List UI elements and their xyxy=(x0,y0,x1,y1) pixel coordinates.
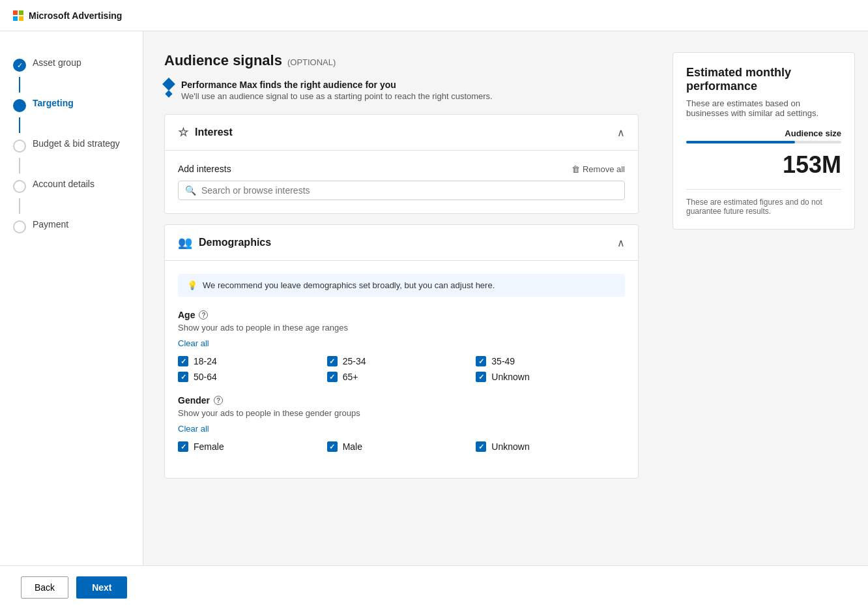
age-label-35-49: 35-49 xyxy=(491,356,515,366)
nav-circle-account xyxy=(13,180,26,193)
age-title: Age xyxy=(178,310,195,320)
sidebar-item-payment[interactable]: Payment xyxy=(0,214,143,239)
demographics-title: Demographics xyxy=(199,237,271,248)
gender-checkbox-male[interactable] xyxy=(327,441,338,452)
diamond-icon xyxy=(164,80,173,97)
sidebar-item-account[interactable]: Account details xyxy=(0,173,143,198)
age-checkbox-50-64[interactable] xyxy=(178,372,188,382)
age-checkbox-35-49[interactable] xyxy=(476,356,486,366)
gender-option-unknown[interactable]: Unknown xyxy=(476,441,625,452)
interest-search-box[interactable]: 🔍 xyxy=(178,181,625,200)
main-content: Audience signals (OPTIONAL) Performance … xyxy=(143,31,659,565)
age-option-35-49[interactable]: 35-49 xyxy=(476,356,625,366)
age-title-row: Age ? xyxy=(178,310,625,320)
interest-card-header: ☆ Interest ∧ xyxy=(165,115,638,151)
gender-clear-all[interactable]: Clear all xyxy=(178,424,209,434)
demo-info-text: We recommend you leave demographics set … xyxy=(203,280,495,290)
page-title: Audience signals xyxy=(164,52,282,69)
estimated-title: Estimated monthly performance xyxy=(686,66,841,93)
age-checkbox-18-24[interactable] xyxy=(178,356,188,366)
demographics-card: 👥 Demographics ∧ 💡 We recommend you leav… xyxy=(164,224,639,479)
interest-collapse-button[interactable]: ∧ xyxy=(617,126,625,139)
sidebar-label-asset-group: Asset group xyxy=(33,57,81,68)
add-interests-label: Add interests xyxy=(178,164,231,174)
age-clear-all[interactable]: Clear all xyxy=(178,338,209,348)
gender-info-icon[interactable]: ? xyxy=(214,396,223,405)
interest-title-row: ☆ Interest xyxy=(178,125,233,140)
page-subtitle: (OPTIONAL) xyxy=(287,57,336,67)
gender-option-male[interactable]: Male xyxy=(327,441,476,452)
search-icon: 🔍 xyxy=(185,185,196,196)
age-checkbox-unknown[interactable] xyxy=(476,372,486,382)
nav-connector-2 xyxy=(19,117,20,133)
gender-label-male: Male xyxy=(343,441,362,452)
audience-progress-fill xyxy=(686,141,795,143)
age-label-25-34: 25-34 xyxy=(343,356,366,366)
interest-label-row: Add interests 🗑 Remove all xyxy=(178,164,625,174)
estimated-note: These are estimated figures and do not g… xyxy=(686,189,841,216)
gender-checkbox-unknown[interactable] xyxy=(476,441,486,452)
sidebar-label-account: Account details xyxy=(33,179,94,189)
sidebar: Asset group Targeting Budget & bid strat… xyxy=(0,31,143,565)
logo-text: Microsoft Advertising xyxy=(29,10,122,21)
star-icon: ☆ xyxy=(178,125,188,140)
gender-checkbox-female[interactable] xyxy=(178,441,188,452)
nav-circle-payment xyxy=(13,220,26,233)
demographics-card-body: 💡 We recommend you leave demographics se… xyxy=(165,261,638,478)
nav-circle-asset-group xyxy=(13,59,26,72)
estimated-card: Estimated monthly performance These are … xyxy=(673,52,855,230)
gender-group: Gender ? Show your ads to people in thes… xyxy=(178,395,625,452)
age-label-unknown: Unknown xyxy=(491,372,529,382)
footer: Back Next xyxy=(0,565,868,609)
info-banner-bold: Performance Max finds the right audience… xyxy=(181,80,493,90)
demographics-icon: 👥 xyxy=(178,235,192,250)
gender-option-female[interactable]: Female xyxy=(178,441,327,452)
remove-all-button[interactable]: 🗑 Remove all xyxy=(571,164,625,174)
logo: Microsoft Advertising xyxy=(13,10,122,21)
sidebar-label-budget: Budget & bid strategy xyxy=(33,138,120,149)
next-button[interactable]: Next xyxy=(76,576,127,599)
right-panel: Estimated monthly performance These are … xyxy=(659,31,868,565)
audience-progress-bar xyxy=(686,141,841,143)
age-label-50-64: 50-64 xyxy=(194,372,217,382)
interest-card-body: Add interests 🗑 Remove all 🔍 xyxy=(165,151,638,213)
info-banner: Performance Max finds the right audience… xyxy=(164,80,639,101)
age-checkbox-25-34[interactable] xyxy=(327,356,338,366)
age-checkbox-65plus[interactable] xyxy=(327,372,338,382)
audience-size-value: 153M xyxy=(686,151,841,179)
gender-label-female: Female xyxy=(194,441,224,452)
gender-title-row: Gender ? xyxy=(178,395,625,406)
sidebar-item-asset-group[interactable]: Asset group xyxy=(0,52,143,77)
age-option-50-64[interactable]: 50-64 xyxy=(178,372,327,382)
nav-circle-budget xyxy=(13,140,26,153)
lightbulb-icon: 💡 xyxy=(187,280,197,290)
age-info-icon[interactable]: ? xyxy=(199,310,208,319)
age-option-unknown[interactable]: Unknown xyxy=(476,372,625,382)
demographics-card-header: 👥 Demographics ∧ xyxy=(165,225,638,261)
audience-size-label: Audience size xyxy=(686,128,841,138)
demographics-title-row: 👥 Demographics xyxy=(178,235,271,250)
gender-subtitle: Show your ads to people in these gender … xyxy=(178,408,625,418)
trash-icon: 🗑 xyxy=(571,164,580,174)
interest-search-input[interactable] xyxy=(201,185,618,196)
back-button[interactable]: Back xyxy=(21,576,68,599)
age-option-25-34[interactable]: 25-34 xyxy=(327,356,476,366)
sidebar-label-payment: Payment xyxy=(33,219,68,230)
header: Microsoft Advertising xyxy=(0,0,868,31)
interest-title: Interest xyxy=(195,126,233,138)
page-title-row: Audience signals (OPTIONAL) xyxy=(164,52,639,69)
gender-checkboxes-grid: Female Male Unknown xyxy=(178,441,625,452)
age-label-65plus: 65+ xyxy=(343,372,358,382)
age-option-18-24[interactable]: 18-24 xyxy=(178,356,327,366)
sidebar-item-budget[interactable]: Budget & bid strategy xyxy=(0,133,143,158)
demographics-collapse-button[interactable]: ∧ xyxy=(617,237,625,249)
age-subtitle: Show your ads to people in these age ran… xyxy=(178,323,625,333)
interest-card: ☆ Interest ∧ Add interests 🗑 Remove all … xyxy=(164,114,639,214)
nav-connector-4 xyxy=(19,198,20,214)
info-banner-sub: We'll use an audience signal to use as a… xyxy=(181,91,493,101)
gender-title: Gender xyxy=(178,395,210,406)
sidebar-item-targeting[interactable]: Targeting xyxy=(0,93,143,117)
age-checkboxes-grid: 18-24 25-34 35-49 50-64 xyxy=(178,356,625,382)
age-option-65plus[interactable]: 65+ xyxy=(327,372,476,382)
age-group: Age ? Show your ads to people in these a… xyxy=(178,310,625,382)
